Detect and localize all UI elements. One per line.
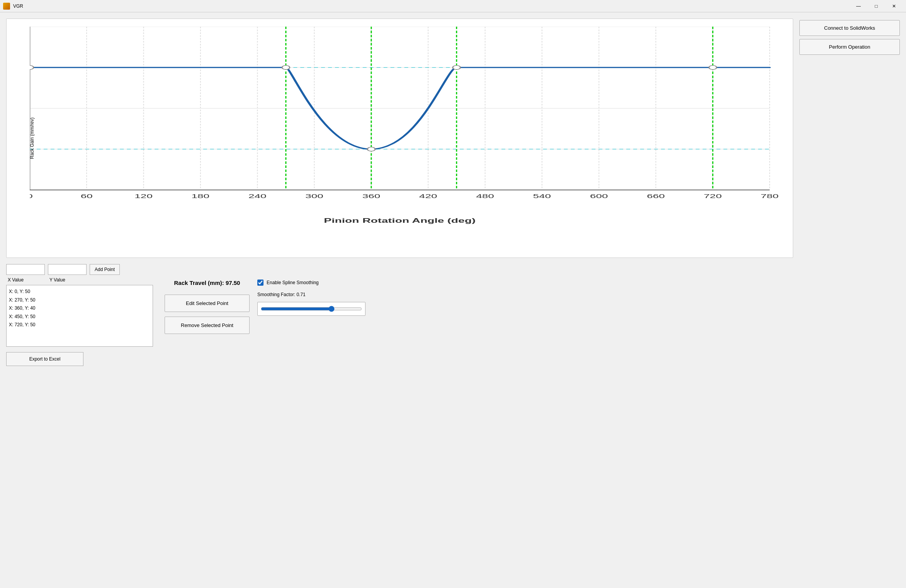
right-panel: Connect to SolidWorks Perform Operation xyxy=(799,19,900,582)
minimize-button[interactable]: — xyxy=(850,0,867,12)
title-bar: VGR — □ ✕ xyxy=(0,0,906,12)
app-icon xyxy=(3,3,10,10)
smoothing-slider-container xyxy=(257,302,365,316)
list-item[interactable]: X: 360, Y: 40 xyxy=(9,304,150,313)
svg-text:360: 360 xyxy=(362,193,381,200)
connect-solidworks-button[interactable]: Connect to SolidWorks xyxy=(799,20,900,36)
list-item[interactable]: X: 0, Y: 50 xyxy=(9,288,150,296)
app-title: VGR xyxy=(13,3,23,9)
point-input-area: Add Point X Value Y Value X: 0, Y: 50X: … xyxy=(6,264,157,366)
bottom-controls: Add Point X Value Y Value X: 0, Y: 50X: … xyxy=(6,264,793,366)
y-axis-label: Rack Gain (mm/rev) xyxy=(29,117,35,159)
y-value-input[interactable] xyxy=(48,264,87,275)
svg-text:120: 120 xyxy=(134,193,153,200)
window-controls: — □ ✕ xyxy=(850,0,903,12)
smoothing-slider[interactable] xyxy=(261,306,362,312)
smoothing-row: Enable Spline Smoothing xyxy=(257,280,365,286)
rack-travel-label: Rack Travel (mm): 97.50 xyxy=(165,280,250,286)
chart-svg: 55 50 45 40 35 0 60 120 180 240 300 360 … xyxy=(30,27,785,239)
list-item[interactable]: X: 720, Y: 50 xyxy=(9,321,150,329)
svg-text:240: 240 xyxy=(248,193,267,200)
list-item[interactable]: X: 450, Y: 50 xyxy=(9,313,150,321)
smoothing-factor-label: Smoothing Factor: 0.71 xyxy=(257,292,365,297)
add-point-button[interactable]: Add Point xyxy=(90,264,120,275)
main-container: Rack Gain (mm/rev) xyxy=(0,12,906,588)
svg-text:480: 480 xyxy=(476,193,494,200)
x-value-input[interactable] xyxy=(6,264,45,275)
points-list[interactable]: X: 0, Y: 50X: 270, Y: 50X: 360, Y: 40X: … xyxy=(6,285,153,347)
middle-controls: Rack Travel (mm): 97.50 Edit Selected Po… xyxy=(165,264,250,334)
smoothing-controls: Enable Spline Smoothing Smoothing Factor… xyxy=(257,264,365,316)
export-button[interactable]: Export to Excel xyxy=(6,352,83,366)
input-row: Add Point xyxy=(6,264,157,275)
list-item[interactable]: X: 270, Y: 50 xyxy=(9,296,150,305)
svg-point-29 xyxy=(709,65,717,69)
svg-text:60: 60 xyxy=(81,193,93,200)
svg-point-28 xyxy=(453,65,461,69)
svg-text:540: 540 xyxy=(533,193,551,200)
smoothing-checkbox[interactable] xyxy=(257,280,263,286)
svg-text:300: 300 xyxy=(305,193,323,200)
chart-container: Rack Gain (mm/rev) xyxy=(6,19,793,258)
input-labels: X Value Y Value xyxy=(6,277,157,283)
svg-text:420: 420 xyxy=(419,193,437,200)
y-value-label: Y Value xyxy=(48,277,87,283)
close-button[interactable]: ✕ xyxy=(885,0,903,12)
smoothing-label: Enable Spline Smoothing xyxy=(267,280,319,285)
x-value-label: X Value xyxy=(6,277,45,283)
remove-point-button[interactable]: Remove Selected Point xyxy=(165,317,250,334)
svg-text:720: 720 xyxy=(704,193,722,200)
perform-operation-button[interactable]: Perform Operation xyxy=(799,39,900,55)
svg-point-27 xyxy=(367,147,375,151)
svg-text:780: 780 xyxy=(761,193,779,200)
edit-point-button[interactable]: Edit Selected Point xyxy=(165,295,250,312)
svg-text:180: 180 xyxy=(192,193,210,200)
svg-point-25 xyxy=(30,65,34,69)
svg-text:600: 600 xyxy=(590,193,608,200)
maximize-button[interactable]: □ xyxy=(867,0,885,12)
svg-text:660: 660 xyxy=(647,193,665,200)
svg-point-26 xyxy=(282,65,290,69)
svg-text:0: 0 xyxy=(30,193,33,200)
left-panel: Rack Gain (mm/rev) xyxy=(6,19,793,582)
svg-text:Pinion Rotation Angle (deg): Pinion Rotation Angle (deg) xyxy=(324,217,476,224)
